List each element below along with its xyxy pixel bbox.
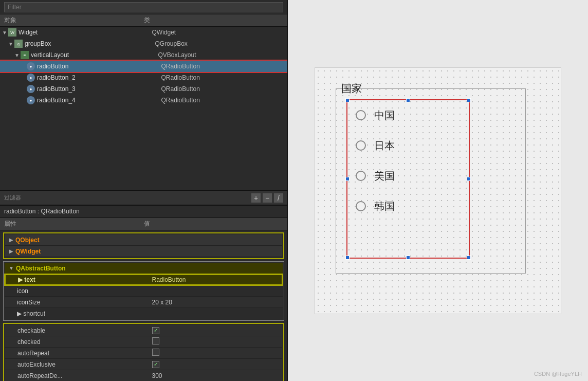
tree-row-radio-button[interactable]: ● radioButton QRadioButton [0,61,287,72]
prop-row-autorepeat[interactable]: autoRepeat [5,348,282,359]
tree-row[interactable]: ● radioButton_2 QRadioButton [0,72,287,83]
tree-row[interactable]: ▼ ≡ verticalLayout QVBoxLayout [0,49,287,61]
prop-row-autorepeatdelay[interactable]: autoRepeatDe... 300 [5,370,282,381]
group-arrow: ▶ [9,248,13,254]
handle-tr [467,98,471,102]
properties-panel: radioButton : QRadioButton 属性 值 ▶ QObjec… [0,206,287,381]
prop-value-autorepeat [148,349,283,357]
handle-ml [345,177,350,181]
handle-bm [406,256,410,260]
radio-icon: ● [27,85,35,93]
tree-col-obj: 对象 [4,16,144,25]
prop-group-qobject[interactable]: ▶ QObject [5,234,282,246]
prop-name-autorepeatdelay: autoRepeatDe... [5,372,148,379]
object-tree: 对象 类 ▼ W Widget QWidget ▼ g groupBox QGr… [0,0,287,206]
left-panel: 对象 类 ▼ W Widget QWidget ▼ g groupBox QGr… [0,0,288,381]
group-arrow: ▶ [9,237,13,243]
radio-icon: ● [27,96,35,104]
prop-row-shortcut[interactable]: ▶ shortcut [5,308,283,319]
tree-node-name: radioButton_3 [37,85,161,93]
radio-item-3[interactable]: 美国 [347,161,469,191]
radio-label-4: 韩国 [374,199,395,213]
tree-body[interactable]: ▼ W Widget QWidget ▼ g groupBox QGroupBo… [0,27,287,190]
watermark: CSDN @HugeYLH [534,371,582,377]
groupbox-icon: g [14,40,23,48]
prop-row-checked[interactable]: checked [5,336,282,348]
tree-row[interactable]: ▼ g groupBox QGroupBox [0,38,287,49]
tree-footer: 过滤器 + − / [0,190,287,205]
tree-node-class: QVBoxLayout [158,51,286,59]
radio-container: 中国 日本 美国 韩国 [346,99,470,259]
handle-tm [406,98,410,102]
tree-row[interactable]: ▼ W Widget QWidget [0,27,287,38]
group-arrow: ▼ [9,265,14,271]
properties-title: radioButton : QRadioButton [0,206,287,218]
design-canvas: 国家 中国 日本 [315,67,561,314]
tree-node-class: QRadioButton [161,85,286,93]
widget-icon: W [8,28,16,37]
radio-icon: ● [27,62,35,70]
prop-col-val: 值 [144,220,284,228]
handle-br [467,256,471,260]
prop-row-checkable[interactable]: checkable ✓ [5,325,282,336]
tree-row[interactable]: ● radioButton_4 QRadioButton [0,95,287,106]
properties-body[interactable]: ▶ QObject ▶ QWidget ▼ QAbstractButton ▶ … [0,230,287,381]
tree-node-name: groupBox [25,40,155,47]
prop-name-text: ▶ text [6,276,148,283]
prop-name-shortcut: ▶ shortcut [5,310,148,317]
filter-input[interactable] [4,2,283,12]
action-button[interactable]: / [274,193,283,203]
tree-node-class: QRadioButton [161,63,286,70]
tree-node-class: QWidget [152,29,286,36]
prop-name-icon: icon [5,287,148,295]
checkbox-autoexclusive[interactable]: ✓ [152,361,159,368]
prop-name-autoexclusive: autoExclusive [5,361,148,368]
prop-name-autorepeat: autoRepeat [5,350,148,357]
prop-row-autoexclusive[interactable]: autoExclusive ✓ [5,359,282,370]
group-name-qwidget: QWidget [15,248,41,255]
tree-node-class: QRadioButton [161,97,286,104]
prop-name-iconsize: iconSize [5,299,148,306]
radio-circle-1 [356,110,366,120]
prop-row-icon[interactable]: icon [5,285,283,297]
prop-name-checkable: checkable [5,327,148,334]
prop-value-checked [148,337,283,346]
checkbox-checked[interactable] [152,337,159,344]
right-panel: 国家 中国 日本 [288,0,588,381]
filter-bar[interactable] [0,0,287,14]
tree-node-class: QGroupBox [155,40,286,47]
handle-tl [345,98,350,102]
prop-group-qwidget[interactable]: ▶ QWidget [5,246,282,257]
group-name-qabstractbutton: QAbstractButton [16,265,66,272]
tree-node-name: Widget [19,29,152,36]
prop-value-checkable: ✓ [148,326,283,334]
radio-item-2[interactable]: 日本 [347,131,469,161]
radio-circle-3 [356,171,366,181]
radio-item-4[interactable]: 韩国 [347,191,469,222]
prop-row-iconsize[interactable]: iconSize 20 x 20 [5,297,283,308]
tree-row[interactable]: ● radioButton_3 QRadioButton [0,83,287,95]
radio-label-1: 中国 [374,108,395,122]
group-title: 国家 [341,82,362,96]
checkbox-checkable[interactable]: ✓ [152,327,159,334]
prop-value-iconsize: 20 x 20 [148,299,283,306]
prop-value-autoexclusive: ✓ [148,360,283,368]
tree-node-name: radioButton_2 [37,74,161,81]
tree-node-name: verticalLayout [31,51,158,59]
remove-button[interactable]: − [263,193,272,203]
tree-col-class: 类 [144,16,284,25]
radio-icon: ● [27,74,35,82]
prop-row-text[interactable]: ▶ text RadioButton [5,274,283,285]
prop-col-name: 属性 [4,220,144,228]
prop-group-qabstractbutton[interactable]: ▼ QAbstractButton [5,263,283,274]
radio-label-3: 美国 [374,169,395,183]
tree-node-class: QRadioButton [161,74,286,81]
group-name-qobject: QObject [15,237,40,244]
prop-value-text: RadioButton [148,276,282,283]
tree-arrow: ▼ [14,52,21,58]
tree-arrow: ▼ [2,30,8,35]
radio-item-1[interactable]: 中国 [347,100,469,131]
checkbox-autorepeat[interactable] [152,349,159,356]
radio-label-2: 日本 [374,139,395,153]
add-button[interactable]: + [251,193,261,203]
